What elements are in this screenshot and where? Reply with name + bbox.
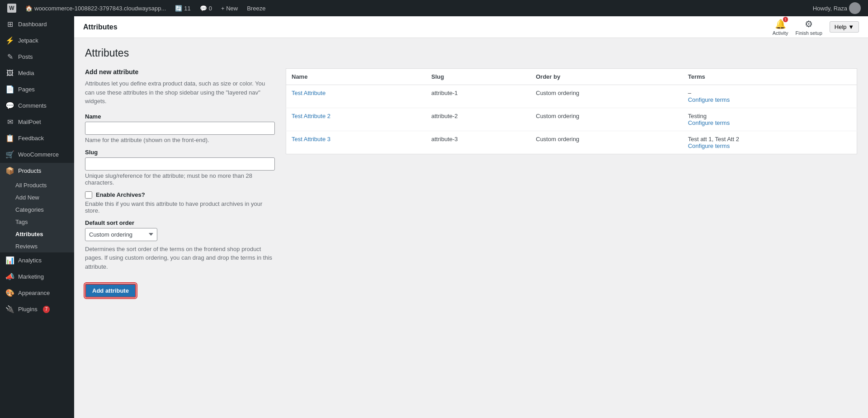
slug-input[interactable] <box>85 157 275 171</box>
site-url-link[interactable]: 🏠 woocommerce-1008822-3797843.cloudwaysa… <box>22 0 170 16</box>
enable-archives-label[interactable]: Enable Archives? <box>96 191 145 198</box>
sidebar-item-categories[interactable]: Categories <box>0 204 74 216</box>
add-attribute-form: Add new attribute Attributes let you def… <box>85 68 275 298</box>
sidebar-item-label: MailPoet <box>18 118 41 126</box>
finish-setup-icon: ⚙ <box>805 19 813 29</box>
sidebar-item-add-new[interactable]: Add New <box>0 191 74 204</box>
sidebar-item-tags[interactable]: Tags <box>0 216 74 228</box>
sidebar-item-woocommerce[interactable]: 🛒 WooCommerce <box>0 147 74 163</box>
pages-icon: 📄 <box>5 85 14 94</box>
sidebar-item-mailpoet[interactable]: ✉ MailPoet <box>0 114 74 130</box>
form-section-title: Add new attribute <box>85 68 275 76</box>
media-icon: 🖼 <box>5 69 14 78</box>
analytics-icon: 📊 <box>5 256 14 265</box>
sort-order-select[interactable]: Custom ordering Name Name (numeric) Term… <box>85 228 157 241</box>
enable-archives-checkbox[interactable] <box>85 191 92 199</box>
dashboard-icon: ⊞ <box>5 20 14 29</box>
activity-icon: 🔔 ! <box>775 19 786 29</box>
main-content: Attributes 🔔 ! Activity ⚙ Finish setup H… <box>74 16 868 418</box>
admin-bar: W 🏠 woocommerce-1008822-3797843.cloudway… <box>0 0 868 16</box>
name-hint: Name for the attribute (shown on the fro… <box>85 137 275 143</box>
sidebar-item-jetpack[interactable]: ⚡ Jetpack <box>0 33 74 49</box>
plugins-badge: 7 <box>43 306 50 313</box>
add-attribute-button[interactable]: Add attribute <box>85 284 136 298</box>
activity-badge: ! <box>783 17 788 22</box>
sidebar-item-feedback[interactable]: 📋 Feedback <box>0 130 74 147</box>
page-content: Attributes Add new attribute Attributes … <box>74 38 868 418</box>
configure-terms-link-2[interactable]: Configure terms <box>688 119 851 126</box>
sidebar-item-appearance[interactable]: 🎨 Appearance <box>0 285 74 301</box>
sidebar-item-posts[interactable]: ✎ Posts <box>0 49 74 65</box>
top-header: Attributes 🔔 ! Activity ⚙ Finish setup H… <box>74 16 868 38</box>
sidebar-item-label: Jetpack <box>18 37 38 45</box>
sidebar-item-plugins[interactable]: 🔌 Plugins 7 <box>0 301 74 318</box>
attr-name-link-2[interactable]: Test Attribute 2 <box>292 113 330 119</box>
configure-terms-link-1[interactable]: Configure terms <box>688 96 851 103</box>
posts-icon: ✎ <box>5 52 14 62</box>
breadcrumb: Attributes <box>83 23 118 31</box>
user-avatar <box>849 2 861 14</box>
sidebar-item-label: Appearance <box>18 289 50 297</box>
attr-name-cell: Test Attribute <box>286 85 426 108</box>
new-content-button[interactable]: + New <box>217 0 241 16</box>
sidebar-item-label: Comments <box>18 102 47 110</box>
sidebar-item-label: Marketing <box>18 273 44 281</box>
two-col-layout: Add new attribute Attributes let you def… <box>85 68 857 298</box>
name-input[interactable] <box>85 122 275 135</box>
sidebar-item-label: WooCommerce <box>18 151 59 159</box>
feedback-icon: 📋 <box>5 134 14 143</box>
products-icon: 📦 <box>5 166 14 176</box>
attr-terms-cell: Test att 1, Test Att 2 Configure terms <box>683 131 857 154</box>
sort-order-label: Default sort order <box>85 219 275 226</box>
sidebar-item-products[interactable]: 📦 Products <box>0 163 74 179</box>
col-header-slug: Slug <box>426 69 530 85</box>
sort-order-group: Default sort order Custom ordering Name … <box>85 219 275 271</box>
activity-button[interactable]: 🔔 ! Activity <box>773 19 788 36</box>
help-button[interactable]: Help ▼ <box>830 21 859 33</box>
sidebar-item-comments[interactable]: 💬 Comments <box>0 98 74 114</box>
enable-archives-hint: Enable this if you want this attribute t… <box>85 200 275 214</box>
comments-button[interactable]: 💬 0 <box>196 0 216 16</box>
name-label: Name <box>85 113 275 120</box>
attr-name-link[interactable]: Test Attribute <box>292 90 326 96</box>
attr-order-cell: Custom ordering <box>530 108 682 131</box>
col-header-order-by: Order by <box>530 69 682 85</box>
sidebar-item-dashboard[interactable]: ⊞ Dashboard <box>0 16 74 33</box>
finish-setup-button[interactable]: ⚙ Finish setup <box>795 19 822 36</box>
enable-archives-group: Enable Archives? Enable this if you want… <box>85 191 275 214</box>
sidebar-item-label: Plugins <box>18 305 38 314</box>
sidebar-item-reviews[interactable]: Reviews <box>0 240 74 252</box>
sidebar-item-label: Posts <box>18 53 33 61</box>
attr-terms-cell: Testing Configure terms <box>683 108 857 131</box>
mailpoet-icon: ✉ <box>5 118 14 127</box>
table-row: Test Attribute 3 attribute-3 Custom orde… <box>286 131 857 154</box>
sidebar-item-label: Products <box>18 167 41 175</box>
attr-slug-cell: attribute-1 <box>426 85 530 108</box>
attributes-table-container: Name Slug Order by Terms Test Attribute <box>286 68 857 154</box>
jetpack-icon: ⚡ <box>5 36 14 45</box>
table-row: Test Attribute 2 attribute-2 Custom orde… <box>286 108 857 131</box>
attr-name-link-3[interactable]: Test Attribute 3 <box>292 136 330 142</box>
sidebar-item-pages[interactable]: 📄 Pages <box>0 81 74 98</box>
sidebar-item-marketing[interactable]: 📣 Marketing <box>0 269 74 285</box>
user-greeting[interactable]: Howdy, Raza <box>809 0 864 16</box>
appearance-icon: 🎨 <box>5 289 14 298</box>
updates-button[interactable]: 🔄 11 <box>171 0 194 16</box>
col-header-terms: Terms <box>683 69 857 85</box>
wp-logo-button[interactable]: W <box>4 0 20 16</box>
breeze-button[interactable]: Breeze <box>243 0 269 16</box>
table-row: Test Attribute attribute-1 Custom orderi… <box>286 85 857 108</box>
woocommerce-icon: 🛒 <box>5 150 14 159</box>
sidebar-item-analytics[interactable]: 📊 Analytics <box>0 252 74 269</box>
configure-terms-link-3[interactable]: Configure terms <box>688 142 851 149</box>
sidebar: ⊞ Dashboard ⚡ Jetpack ✎ Posts 🖼 Media 📄 … <box>0 16 74 418</box>
sidebar-item-media[interactable]: 🖼 Media <box>0 65 74 81</box>
sidebar-item-all-products[interactable]: All Products <box>0 179 74 191</box>
name-field-group: Name Name for the attribute (shown on th… <box>85 113 275 143</box>
sidebar-item-attributes[interactable]: Attributes <box>0 228 74 240</box>
comments-menu-icon: 💬 <box>5 101 14 110</box>
marketing-icon: 📣 <box>5 272 14 281</box>
attributes-table: Name Slug Order by Terms Test Attribute <box>286 68 857 154</box>
slug-field-group: Slug Unique slug/reference for the attri… <box>85 149 275 186</box>
attr-slug-cell: attribute-2 <box>426 108 530 131</box>
